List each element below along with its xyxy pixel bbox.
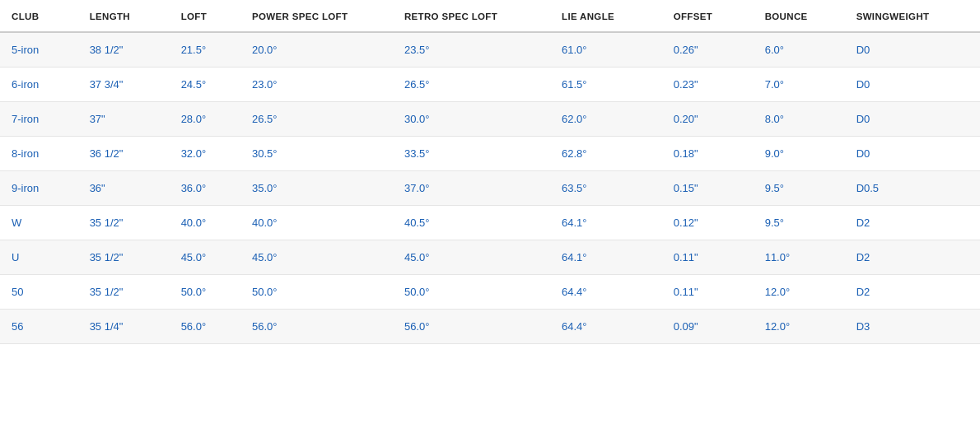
cell-length: 38 1/2" xyxy=(82,32,173,68)
cell-bounce: 11.0° xyxy=(757,240,848,275)
cell-offset: 0.20" xyxy=(665,102,757,137)
column-header-bounce: BOUNCE xyxy=(757,0,848,32)
table-row: 5035 1/2"50.0°50.0°50.0°64.4°0.11"12.0°D… xyxy=(0,275,980,310)
cell-retro_spec_loft: 45.0° xyxy=(396,240,553,275)
cell-loft: 36.0° xyxy=(173,171,244,206)
cell-power_spec_loft: 30.5° xyxy=(244,137,396,171)
cell-bounce: 12.0° xyxy=(757,310,848,344)
table-row: 7-iron37"28.0°26.5°30.0°62.0°0.20"8.0°D0 xyxy=(0,102,980,137)
cell-club: 50 xyxy=(0,275,82,310)
cell-bounce: 9.5° xyxy=(757,171,848,206)
cell-club: 8-iron xyxy=(0,137,82,171)
column-header-power-spec-loft: POWER SPEC LOFT xyxy=(244,0,396,32)
cell-lie_angle: 64.4° xyxy=(553,310,665,344)
cell-offset: 0.26" xyxy=(665,32,757,68)
cell-offset: 0.11" xyxy=(665,240,757,275)
cell-lie_angle: 64.1° xyxy=(553,240,665,275)
cell-power_spec_loft: 50.0° xyxy=(244,275,396,310)
cell-loft: 40.0° xyxy=(173,206,244,240)
cell-retro_spec_loft: 30.0° xyxy=(396,102,553,137)
cell-club: U xyxy=(0,240,82,275)
cell-loft: 28.0° xyxy=(173,102,244,137)
table-row: 8-iron36 1/2"32.0°30.5°33.5°62.8°0.18"9.… xyxy=(0,137,980,171)
table-row: 5-iron38 1/2"21.5°20.0°23.5°61.0°0.26"6.… xyxy=(0,32,980,68)
cell-power_spec_loft: 26.5° xyxy=(244,102,396,137)
cell-length: 35 1/2" xyxy=(82,275,173,310)
column-header-offset: OFFSET xyxy=(665,0,757,32)
cell-club: 5-iron xyxy=(0,32,82,68)
cell-swingweight: D2 xyxy=(848,240,980,275)
cell-retro_spec_loft: 26.5° xyxy=(396,68,553,102)
cell-bounce: 6.0° xyxy=(757,32,848,68)
cell-retro_spec_loft: 37.0° xyxy=(396,171,553,206)
cell-club: 56 xyxy=(0,310,82,344)
cell-power_spec_loft: 35.0° xyxy=(244,171,396,206)
column-header-lie-angle: LIE ANGLE xyxy=(553,0,665,32)
cell-length: 36" xyxy=(82,171,173,206)
cell-swingweight: D0.5 xyxy=(848,171,980,206)
cell-club: 6-iron xyxy=(0,68,82,102)
cell-swingweight: D2 xyxy=(848,275,980,310)
table-row: U35 1/2"45.0°45.0°45.0°64.1°0.11"11.0°D2 xyxy=(0,240,980,275)
cell-swingweight: D0 xyxy=(848,137,980,171)
cell-swingweight: D3 xyxy=(848,310,980,344)
cell-retro_spec_loft: 33.5° xyxy=(396,137,553,171)
cell-club: W xyxy=(0,206,82,240)
cell-club: 7-iron xyxy=(0,102,82,137)
cell-retro_spec_loft: 50.0° xyxy=(396,275,553,310)
cell-club: 9-iron xyxy=(0,171,82,206)
cell-length: 35 1/2" xyxy=(82,206,173,240)
column-header-club: CLUB xyxy=(0,0,82,32)
column-header-length: LENGTH xyxy=(82,0,173,32)
cell-lie_angle: 64.4° xyxy=(553,275,665,310)
cell-power_spec_loft: 45.0° xyxy=(244,240,396,275)
column-header-swingweight: SWINGWEIGHT xyxy=(848,0,980,32)
cell-power_spec_loft: 23.0° xyxy=(244,68,396,102)
cell-power_spec_loft: 40.0° xyxy=(244,206,396,240)
header-row: CLUBLENGTHLOFTPOWER SPEC LOFTRETRO SPEC … xyxy=(0,0,980,32)
cell-length: 36 1/2" xyxy=(82,137,173,171)
cell-length: 37" xyxy=(82,102,173,137)
cell-bounce: 9.5° xyxy=(757,206,848,240)
cell-bounce: 7.0° xyxy=(757,68,848,102)
column-header-retro-spec-loft: RETRO SPEC LOFT xyxy=(396,0,553,32)
cell-loft: 24.5° xyxy=(173,68,244,102)
cell-loft: 56.0° xyxy=(173,310,244,344)
cell-offset: 0.15" xyxy=(665,171,757,206)
cell-loft: 21.5° xyxy=(173,32,244,68)
table-row: 6-iron37 3/4"24.5°23.0°26.5°61.5°0.23"7.… xyxy=(0,68,980,102)
cell-swingweight: D0 xyxy=(848,32,980,68)
cell-swingweight: D0 xyxy=(848,68,980,102)
cell-offset: 0.12" xyxy=(665,206,757,240)
specs-table: CLUBLENGTHLOFTPOWER SPEC LOFTRETRO SPEC … xyxy=(0,0,980,344)
cell-retro_spec_loft: 40.5° xyxy=(396,206,553,240)
cell-offset: 0.09" xyxy=(665,310,757,344)
table-row: W35 1/2"40.0°40.0°40.5°64.1°0.12"9.5°D2 xyxy=(0,206,980,240)
column-header-loft: LOFT xyxy=(173,0,244,32)
cell-length: 37 3/4" xyxy=(82,68,173,102)
table-row: 5635 1/4"56.0°56.0°56.0°64.4°0.09"12.0°D… xyxy=(0,310,980,344)
cell-lie_angle: 62.0° xyxy=(553,102,665,137)
cell-loft: 45.0° xyxy=(173,240,244,275)
cell-lie_angle: 61.0° xyxy=(553,32,665,68)
cell-offset: 0.11" xyxy=(665,275,757,310)
cell-retro_spec_loft: 23.5° xyxy=(396,32,553,68)
cell-swingweight: D0 xyxy=(848,102,980,137)
cell-bounce: 9.0° xyxy=(757,137,848,171)
cell-loft: 32.0° xyxy=(173,137,244,171)
table-body: 5-iron38 1/2"21.5°20.0°23.5°61.0°0.26"6.… xyxy=(0,32,980,344)
cell-power_spec_loft: 20.0° xyxy=(244,32,396,68)
cell-lie_angle: 64.1° xyxy=(553,206,665,240)
cell-lie_angle: 63.5° xyxy=(553,171,665,206)
cell-lie_angle: 61.5° xyxy=(553,68,665,102)
cell-length: 35 1/4" xyxy=(82,310,173,344)
cell-length: 35 1/2" xyxy=(82,240,173,275)
cell-offset: 0.18" xyxy=(665,137,757,171)
table-row: 9-iron36"36.0°35.0°37.0°63.5°0.15"9.5°D0… xyxy=(0,171,980,206)
cell-power_spec_loft: 56.0° xyxy=(244,310,396,344)
cell-bounce: 8.0° xyxy=(757,102,848,137)
cell-bounce: 12.0° xyxy=(757,275,848,310)
cell-offset: 0.23" xyxy=(665,68,757,102)
cell-loft: 50.0° xyxy=(173,275,244,310)
cell-retro_spec_loft: 56.0° xyxy=(396,310,553,344)
